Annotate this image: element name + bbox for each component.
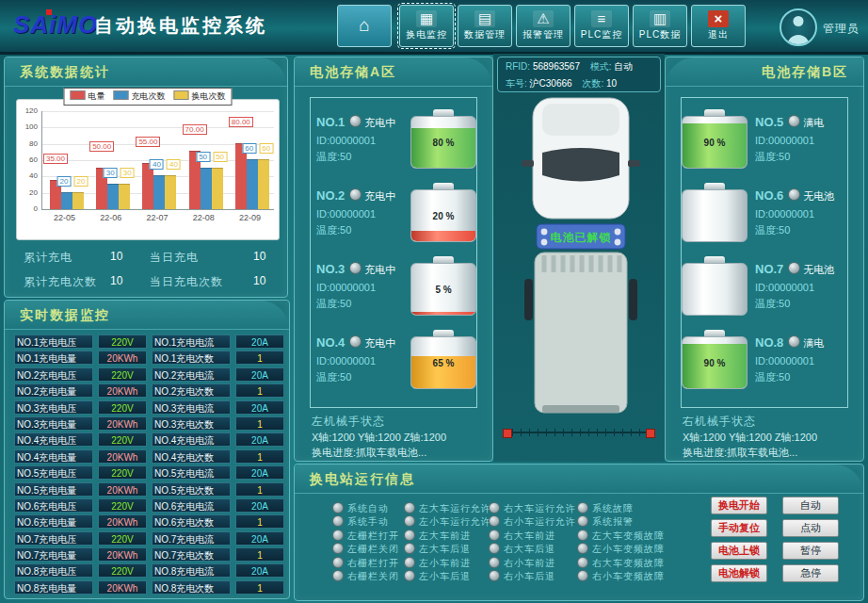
- x-axis-label: 22-07: [134, 213, 180, 222]
- realtime-row: NO.3充电次数1: [152, 416, 284, 431]
- y-axis-tick: 80: [17, 139, 38, 148]
- nav-plc-monitor-button[interactable]: ≡PLC监控: [574, 5, 629, 47]
- battery-lock-button[interactable]: 电池上锁: [711, 542, 767, 560]
- summary-label: 累计充电: [24, 250, 110, 266]
- top-bar: SAiMO 自动换电监控系统 ⌂▦换电监控▤数据管理⚠报警管理≡PLC监控▥PL…: [0, 0, 868, 55]
- battery-slot: NO.8满电ID:00000001温度:5090 %: [687, 326, 842, 392]
- rfid-value: 568963567: [533, 61, 580, 72]
- realtime-row: NO.5充电电压220V: [14, 465, 147, 480]
- status-dot-icon: [349, 188, 362, 201]
- realtime-label: NO.4充电电流: [152, 432, 231, 447]
- realtime-label: NO.1充电电流: [152, 334, 231, 349]
- user-box[interactable]: 管理员: [780, 4, 860, 49]
- swap-start-button[interactable]: 换电开始: [711, 497, 767, 514]
- battery-temp: 温度:50: [755, 369, 842, 385]
- battery-info: NO.1充电中ID:00000001温度:50: [316, 113, 403, 165]
- status-indicator[interactable]: 左小车运行允许: [404, 512, 491, 525]
- battery-id: ID:00000001: [316, 280, 403, 296]
- estop-button[interactable]: 急停: [782, 564, 839, 582]
- indicator-dot-icon: [577, 570, 588, 581]
- indicator-dot-icon: [332, 570, 344, 581]
- status-indicator[interactable]: 系统手动: [332, 512, 399, 525]
- realtime-right-column: NO.1充电电流20ANO.1充电次数1NO.2充电电流20ANO.2充电次数1…: [152, 334, 284, 596]
- realtime-row: NO.3充电电流20A: [152, 400, 284, 415]
- indicator-dot-icon: [489, 570, 500, 581]
- status-indicator[interactable]: 左大车前进: [404, 526, 491, 539]
- indicator-label: 右小车变频故障: [592, 571, 665, 581]
- status-indicator[interactable]: 系统报警: [577, 512, 665, 525]
- realtime-label: NO.7充电电量: [14, 547, 93, 562]
- realtime-value: 1: [235, 482, 284, 497]
- indicator-dot-icon: [404, 570, 415, 581]
- status-indicator[interactable]: 右大车变频故障: [577, 553, 665, 566]
- realtime-label: NO.3充电电流: [152, 400, 231, 415]
- status-indicator[interactable]: 左大车变频故障: [577, 526, 665, 539]
- realtime-row: NO.6充电次数1: [152, 514, 284, 529]
- status-indicator[interactable]: 右大车前进: [489, 526, 576, 539]
- auto-button[interactable]: 自动: [782, 497, 839, 514]
- realtime-label: NO.8充电电压: [14, 563, 93, 578]
- realtime-row: NO.5充电电量20KWh: [14, 482, 147, 497]
- nav-data-manage-button[interactable]: ▤数据管理: [458, 5, 512, 47]
- nav-plc-data-button[interactable]: ▥PLC数据: [633, 5, 687, 47]
- chart-plot-area: 35.0050.0055.0070.0080.00203040506020304…: [41, 111, 274, 210]
- realtime-value: 220V: [98, 432, 147, 447]
- battery-info: NO.5满电ID:00000001温度:50: [755, 113, 842, 165]
- status-indicator[interactable]: 右栅栏关闭: [332, 566, 399, 579]
- realtime-label: NO.7充电次数: [152, 547, 231, 562]
- summary-value: 10: [253, 250, 291, 266]
- status-indicator[interactable]: 左栅栏关闭: [332, 539, 399, 552]
- battery-id: ID:00000001: [316, 133, 403, 149]
- realtime-label: NO.2充电电流: [152, 367, 231, 382]
- battery-unlock-button[interactable]: 电池解锁: [711, 564, 767, 582]
- nav-home-button[interactable]: ⌂: [337, 5, 392, 47]
- status-indicator[interactable]: 右栅栏打开: [332, 553, 399, 566]
- status-indicator[interactable]: 右大车后退: [489, 539, 576, 552]
- bar-value-label: 80.00: [229, 117, 253, 127]
- realtime-value: 20KWh: [98, 449, 147, 464]
- status-indicator[interactable]: 左小车变频故障: [577, 539, 665, 552]
- status-indicator[interactable]: 系统故障: [577, 498, 665, 512]
- status-indicator[interactable]: 右小车运行允许: [489, 512, 576, 525]
- realtime-row: NO.4充电电压220V: [14, 432, 147, 447]
- status-indicator[interactable]: 右大车运行允许: [489, 498, 576, 512]
- summary-label: 当日充电: [150, 250, 253, 266]
- bar-series-1: [153, 175, 165, 209]
- battery-info: NO.4充电中ID:00000001温度:50: [316, 334, 403, 385]
- realtime-value: 1: [235, 416, 284, 431]
- realtime-label: NO.2充电电压: [14, 367, 93, 382]
- status-indicator[interactable]: 右小车后退: [489, 566, 576, 579]
- logo-red-dot: [46, 9, 52, 15]
- plate-value: 沪C30666: [530, 78, 572, 89]
- battery-slot: NO.3充电中ID:00000001温度:505 %: [316, 253, 471, 318]
- realtime-label: NO.7充电电压: [14, 531, 93, 546]
- realtime-row: NO.7充电电压220V: [14, 531, 147, 546]
- battery-area-a-title: 电池存储A区: [295, 57, 492, 87]
- status-indicator[interactable]: 右小车变频故障: [577, 566, 665, 579]
- jog-button[interactable]: 点动: [782, 519, 839, 537]
- bar-value-label: 50: [196, 152, 210, 162]
- status-indicator[interactable]: 左小车后退: [404, 566, 491, 579]
- realtime-label: NO.1充电电压: [14, 334, 93, 349]
- status-indicator[interactable]: 系统自动: [332, 498, 399, 512]
- manual-reset-button[interactable]: 手动复位: [711, 519, 767, 537]
- realtime-label: NO.8充电电流: [152, 563, 231, 578]
- status-indicator[interactable]: 左栅栏打开: [332, 526, 399, 539]
- status-indicator[interactable]: 左小车前进: [404, 553, 491, 566]
- pause-button[interactable]: 暂停: [782, 542, 839, 560]
- status-indicator[interactable]: 左大车运行允许: [404, 498, 491, 512]
- nav-swap-monitor-button[interactable]: ▦换电监控: [399, 5, 454, 47]
- status-indicator[interactable]: 右小车前进: [489, 553, 576, 566]
- status-indicator[interactable]: 左大车后退: [404, 539, 491, 552]
- battery-temp: 温度:50: [755, 222, 842, 238]
- nav-alarm-manage-button[interactable]: ⚠报警管理: [516, 5, 571, 47]
- alarm-manage-icon: ⚠: [533, 10, 554, 27]
- bar-value-label: 30: [104, 168, 118, 178]
- realtime-label: NO.4充电电量: [14, 449, 93, 464]
- summary-label: 当日充电次数: [150, 274, 253, 290]
- legend-label: 电量: [88, 91, 105, 101]
- nav-exit-button[interactable]: ×退出: [691, 5, 746, 47]
- realtime-label: NO.5充电次数: [152, 482, 231, 497]
- battery-temp: 温度:50: [316, 222, 403, 238]
- realtime-row: NO.2充电电量20KWh: [14, 383, 147, 398]
